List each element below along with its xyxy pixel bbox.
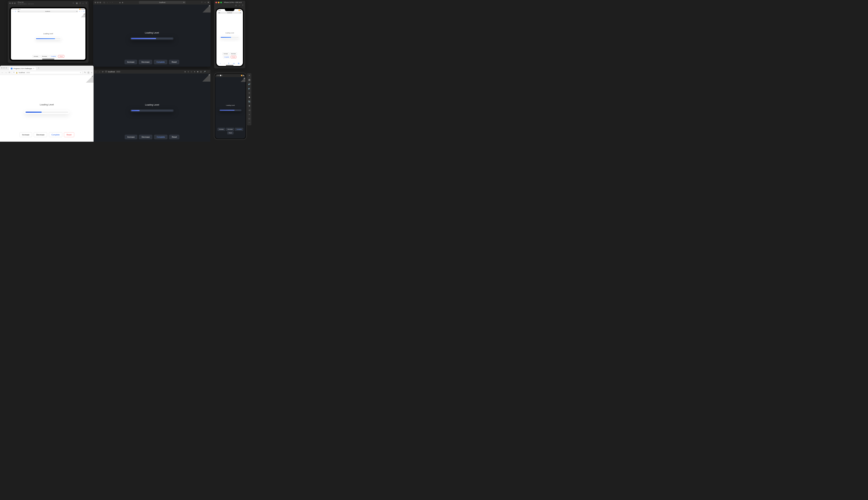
book-icon[interactable]: ▭: [233, 62, 235, 65]
iphone-address-bar[interactable]: AA localhost ⟳: [218, 12, 242, 14]
share-icon[interactable]: ⇪: [187, 71, 189, 73]
download-icon[interactable]: ⬇: [184, 71, 186, 73]
reset-button[interactable]: Reset: [64, 132, 74, 137]
tabs-icon[interactable]: ⧉: [83, 11, 84, 12]
shield-icon[interactable]: ◒: [119, 2, 121, 3]
forward-icon[interactable]: ›: [112, 2, 113, 3]
decrease-button[interactable]: Decrease: [226, 128, 234, 131]
rotate-left-icon[interactable]: ◇: [249, 92, 250, 94]
back-icon[interactable]: ‹: [12, 11, 12, 12]
increase-button[interactable]: Increase: [222, 53, 229, 55]
forward-icon[interactable]: ›: [13, 11, 14, 12]
brush-icon[interactable]: ✎: [84, 71, 86, 73]
ipad-address-bar[interactable]: AA localhost ⟳: [17, 10, 78, 12]
sidebar-icon[interactable]: ◫: [15, 11, 16, 12]
forward-icon[interactable]: →: [99, 71, 100, 73]
tabs-icon[interactable]: ⧉: [238, 62, 239, 65]
forward-icon[interactable]: →: [5, 71, 7, 73]
home-indicator[interactable]: [226, 65, 233, 66]
home-nav-icon[interactable]: ○: [249, 113, 250, 115]
reset-button[interactable]: Reset: [169, 60, 179, 64]
plus-icon[interactable]: ＋: [204, 1, 206, 4]
reset-button[interactable]: Reset: [58, 55, 64, 58]
info-icon[interactable]: ⓘ: [105, 70, 107, 73]
share-icon[interactable]: ⇪: [201, 1, 203, 4]
extension-icon[interactable]: ✦: [194, 71, 195, 73]
traffic-lights[interactable]: [9, 2, 16, 4]
increase-button[interactable]: Increase: [32, 55, 39, 58]
ipad-window-titlebar[interactable]: iPad Air 4th generation – iOS 14.5 ✧ ▣ ⎙…: [8, 1, 89, 5]
key-icon[interactable]: ⚿: [88, 71, 89, 73]
reload-icon[interactable]: ⟳: [102, 71, 103, 73]
complete-button[interactable]: Complete: [154, 60, 167, 64]
share-icon[interactable]: ⇪: [228, 62, 229, 65]
traffic-lights[interactable]: [215, 2, 222, 3]
back-icon[interactable]: ‹: [220, 62, 221, 65]
plus-icon[interactable]: ＋: [81, 11, 82, 12]
firefox-address-bar[interactable]: 🛡 🔒 localhost:3000 ☆: [12, 71, 82, 74]
decrease-button[interactable]: Decrease: [41, 55, 48, 58]
aa-icon[interactable]: AA: [218, 12, 220, 14]
share-icon[interactable]: ⇪: [242, 4, 243, 7]
close-icon[interactable]: ×: [249, 74, 250, 76]
home-icon[interactable]: ⌂: [239, 4, 240, 7]
decrease-button[interactable]: Decrease: [139, 60, 152, 64]
iphone-window-titlebar[interactable]: iPhone 12 Pro – iOS 14.5: [214, 1, 245, 4]
puzzle-icon[interactable]: ✱: [197, 71, 198, 73]
home-indicator[interactable]: [42, 59, 54, 59]
complete-button[interactable]: Complete: [49, 132, 62, 137]
aa-icon[interactable]: AA: [18, 10, 20, 12]
reload-icon[interactable]: ⟳: [183, 1, 185, 4]
browser-tab[interactable]: Progress | GUI Challenges ×: [9, 67, 36, 70]
safari-address-bar[interactable]: localhost ⟳: [139, 1, 186, 4]
reset-button[interactable]: Reset: [169, 135, 180, 139]
home-icon[interactable]: ⌂: [82, 2, 84, 4]
increase-button[interactable]: Increase: [125, 60, 137, 64]
complete-button[interactable]: Complete: [49, 55, 57, 58]
share-icon[interactable]: ⇪: [85, 2, 87, 4]
new-tab-button[interactable]: ＋: [37, 67, 41, 69]
star-icon[interactable]: ☆: [191, 71, 192, 73]
screenshot-icon[interactable]: ⎙: [236, 4, 237, 7]
sparkle-icon[interactable]: ✧: [72, 2, 74, 4]
reload-icon[interactable]: ⟳: [76, 10, 77, 12]
reset-button[interactable]: Reset: [227, 132, 233, 134]
rotate-right-icon[interactable]: ◆: [249, 96, 250, 98]
back-icon[interactable]: ←: [95, 71, 97, 73]
grid-icon[interactable]: ▦: [208, 1, 209, 4]
star-icon[interactable]: ☆: [80, 72, 81, 73]
contrast-icon[interactable]: ◐: [122, 2, 123, 3]
mic-icon[interactable]: 🎤: [204, 71, 206, 73]
dots-icon[interactable]: ⋮: [207, 71, 209, 73]
complete-button[interactable]: Complete: [154, 135, 168, 139]
traffic-lights[interactable]: [95, 2, 101, 3]
overview-nav-icon[interactable]: □: [249, 117, 250, 120]
reload-icon[interactable]: ⟳: [9, 71, 10, 73]
back-icon[interactable]: ←: [1, 71, 3, 73]
increase-button[interactable]: Increase: [218, 128, 225, 131]
decrease-button[interactable]: Decrease: [139, 135, 152, 139]
traffic-lights[interactable]: [1, 67, 7, 69]
menu-icon[interactable]: ≡: [91, 71, 92, 73]
complete-button[interactable]: Complete: [223, 56, 230, 58]
close-tab-icon[interactable]: ×: [33, 68, 34, 69]
chrome-address-bar[interactable]: ⓘ localhost:3000: [105, 70, 183, 73]
camera-icon[interactable]: ▣: [76, 2, 78, 4]
volume-up-icon[interactable]: 🔊: [248, 83, 251, 85]
reload-icon[interactable]: ⟳: [240, 12, 241, 14]
volume-down-icon[interactable]: 🔉: [248, 87, 251, 90]
screenshot-icon[interactable]: ⎙: [80, 2, 81, 4]
back-icon[interactable]: ‹: [110, 2, 111, 3]
zoom-icon[interactable]: ⊕: [249, 105, 250, 107]
more-icon[interactable]: ⋯: [249, 122, 250, 124]
decrease-button[interactable]: Decrease: [34, 132, 47, 137]
back-nav-icon[interactable]: ◁: [249, 109, 250, 111]
share-icon[interactable]: ⇪: [79, 11, 80, 12]
camera-icon[interactable]: 📷: [248, 100, 251, 103]
sidebar-icon[interactable]: ◫: [103, 2, 105, 3]
decrease-button[interactable]: Decrease: [230, 53, 237, 55]
chevron-down-icon[interactable]: ⌄: [107, 2, 108, 3]
increase-button[interactable]: Increase: [20, 132, 32, 137]
shield-icon[interactable]: 🛡: [13, 72, 15, 73]
increase-button[interactable]: Increase: [125, 135, 137, 139]
